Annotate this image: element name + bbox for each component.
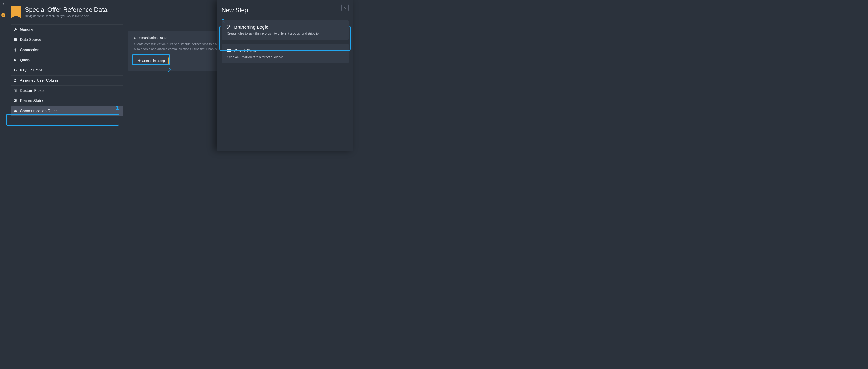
plus-icon: ✚	[138, 59, 141, 63]
new-step-drawer: New Step Branching Logic Create rules to…	[217, 0, 352, 151]
step-option-send-email[interactable]: Send Email Send an Email Alert to a targ…	[221, 44, 348, 63]
branch-icon	[227, 25, 232, 29]
nav-label: Query	[20, 58, 30, 62]
nav-custom-fields[interactable]: Custom Fields	[11, 86, 123, 96]
nav-query[interactable]: Query	[11, 55, 123, 65]
nav-label: Key Columns	[20, 68, 43, 72]
svg-point-1	[14, 79, 16, 81]
nav-label: General	[20, 27, 33, 32]
divider	[221, 16, 348, 16]
step-option-branching-logic[interactable]: Branching Logic Create rules to split th…	[221, 20, 348, 40]
nav-communication-rules[interactable]: Communication Rules	[11, 106, 123, 116]
plug-icon	[13, 48, 18, 52]
svg-point-5	[227, 26, 228, 26]
left-rail: +	[0, 0, 7, 151]
add-circle-icon[interactable]: +	[1, 13, 5, 17]
key-icon	[13, 68, 18, 72]
edit-icon	[13, 99, 18, 103]
envelope-icon	[227, 49, 232, 53]
step-option-desc: Send an Email Alert to a target audience…	[227, 55, 343, 59]
nav-general[interactable]: General	[11, 24, 123, 35]
expand-rail-icon[interactable]	[2, 3, 5, 5]
database-icon	[13, 38, 18, 41]
wrench-icon	[13, 28, 18, 31]
svg-point-7	[227, 28, 228, 29]
button-label: Create first Step	[142, 59, 165, 63]
nav-data-source[interactable]: Data Source	[11, 35, 123, 45]
nav-label: Assigned User Column	[20, 78, 59, 83]
page-title: Special Offer Reference Data	[25, 6, 107, 13]
bookmark-icon	[11, 6, 21, 18]
drawer-title: New Step	[221, 7, 348, 14]
nav-label: Data Source	[20, 37, 41, 42]
nav-assigned-user[interactable]: Assigned User Column	[11, 75, 123, 86]
nav-record-status[interactable]: Record Status	[11, 96, 123, 106]
file-icon	[13, 58, 18, 62]
nav-label: Record Status	[20, 99, 44, 103]
close-drawer-button[interactable]	[341, 4, 348, 11]
page-subtitle: Navigate to the section that you would l…	[25, 14, 107, 18]
nav-label: Custom Fields	[20, 88, 44, 93]
step-option-title: Branching Logic	[234, 24, 268, 30]
create-first-step-button[interactable]: ✚ Create first Step	[134, 57, 168, 65]
nav-label: Communication Rules	[20, 109, 57, 113]
svg-point-6	[229, 26, 230, 26]
user-icon	[13, 79, 18, 82]
nav-connection[interactable]: Connection	[11, 45, 123, 55]
nav-label: Connection	[20, 48, 39, 52]
step-option-title: Send Email	[234, 48, 258, 53]
section-nav: General Data Source Connection	[11, 24, 123, 116]
envelope-icon	[13, 110, 18, 112]
nav-key-columns[interactable]: Key Columns	[11, 65, 123, 75]
step-option-desc: Create rules to split the records into d…	[227, 32, 343, 35]
page-header: Special Offer Reference Data Navigate to…	[11, 6, 123, 18]
columns-icon	[13, 89, 18, 92]
